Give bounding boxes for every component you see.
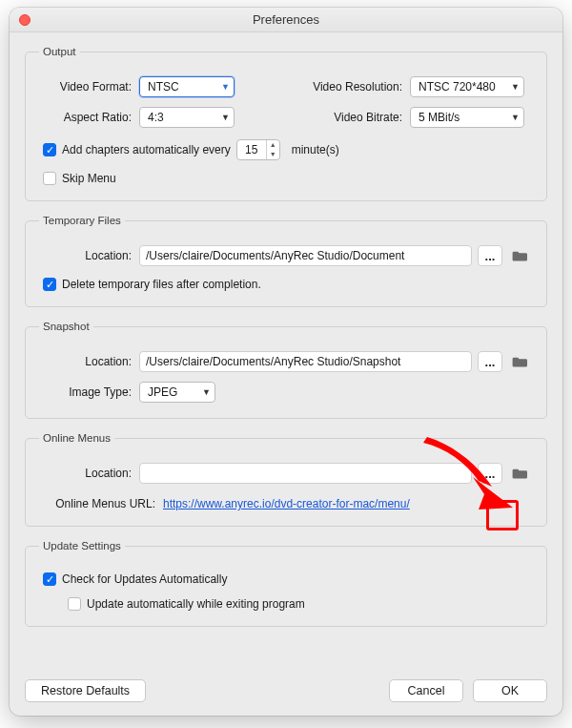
snapshot-browse-button[interactable]: ... [478,351,502,372]
chevron-down-icon: ▼ [511,113,520,122]
ellipsis-icon: ... [485,467,496,481]
folder-icon [512,467,529,480]
ok-button[interactable]: OK [473,679,547,702]
output-legend: Output [39,46,80,57]
auto-check-updates-checkbox[interactable]: ✓ [43,572,56,586]
temp-location-input[interactable]: /Users/claire/Documents/AnyRec Studio/Do… [139,245,472,266]
image-type-select[interactable]: JPEG ▼ [139,382,215,403]
update-settings-group: Update Settings ✓ Check for Updates Auto… [25,540,547,627]
video-format-select[interactable]: NTSC ▼ [139,76,235,97]
folder-icon [512,355,529,368]
video-resolution-label: Video Resolution: [296,80,410,94]
ellipsis-icon: ... [485,355,496,369]
footer: Restore Defaults Cancel OK [10,670,562,716]
chevron-down-icon: ▼ [511,82,520,92]
chapters-minutes-stepper[interactable]: 15 ▲ ▼ [236,139,280,160]
skip-menu-label: Skip Menu [62,172,116,185]
temp-open-folder-button[interactable] [508,245,533,266]
output-group: Output Video Format: NTSC ▼ Video Resolu… [25,46,547,201]
add-chapters-checkbox[interactable]: ✓ [43,143,56,156]
skip-menu-checkbox[interactable] [43,172,56,185]
preferences-window: Preferences Output Video Format: NTSC ▼ … [10,8,562,716]
online-menus-group: Online Menus Location: ... Online Menus … [25,432,547,527]
video-format-label: Video Format: [39,80,139,94]
online-open-folder-button[interactable] [508,463,533,484]
online-browse-button[interactable]: ... [478,463,502,484]
temp-browse-button[interactable]: ... [478,245,502,266]
add-chapters-label: Add chapters automatically every [62,143,231,156]
image-type-label: Image Type: [39,385,139,399]
online-menus-url-link[interactable]: https://www.anyrec.io/dvd-creator-for-ma… [163,497,410,510]
restore-defaults-button[interactable]: Restore Defaults [25,679,146,702]
window-title: Preferences [10,12,562,27]
stepper-up-icon[interactable]: ▲ [267,140,279,150]
chevron-down-icon: ▼ [221,113,230,122]
ellipsis-icon: ... [485,249,496,263]
video-bitrate-label: Video Bitrate: [296,111,410,124]
cancel-button[interactable]: Cancel [389,679,463,702]
temp-location-label: Location: [39,249,139,262]
online-location-input[interactable] [139,463,472,484]
stepper-down-icon[interactable]: ▼ [267,150,279,159]
chevron-down-icon: ▼ [202,387,211,397]
chevron-down-icon: ▼ [221,82,230,92]
online-url-label: Online Menus URL: [39,497,163,510]
update-legend: Update Settings [39,540,125,551]
online-location-label: Location: [39,467,139,480]
chapters-suffix: minute(s) [292,143,339,156]
snapshot-legend: Snapshot [39,321,93,332]
video-bitrate-select[interactable]: 5 MBit/s ▼ [410,107,524,128]
snapshot-location-label: Location: [39,355,139,368]
auto-update-on-exit-checkbox[interactable] [68,597,81,611]
snapshot-location-input[interactable]: /Users/claire/Documents/AnyRec Studio/Sn… [139,351,472,372]
titlebar: Preferences [10,8,562,32]
aspect-ratio-label: Aspect Ratio: [39,111,139,124]
snapshot-open-folder-button[interactable] [508,351,533,372]
temp-files-group: Temporary Files Location: /Users/claire/… [25,215,547,307]
auto-update-on-exit-label: Update automatically while exiting progr… [87,597,305,611]
delete-temp-checkbox[interactable]: ✓ [43,278,56,291]
online-legend: Online Menus [39,432,114,444]
delete-temp-label: Delete temporary files after completion. [62,278,261,291]
auto-check-updates-label: Check for Updates Automatically [62,572,227,586]
temp-legend: Temporary Files [39,215,125,226]
snapshot-group: Snapshot Location: /Users/claire/Documen… [25,321,547,419]
aspect-ratio-select[interactable]: 4:3 ▼ [139,107,235,128]
folder-icon [512,249,529,262]
video-resolution-select[interactable]: NTSC 720*480 ▼ [410,76,524,97]
